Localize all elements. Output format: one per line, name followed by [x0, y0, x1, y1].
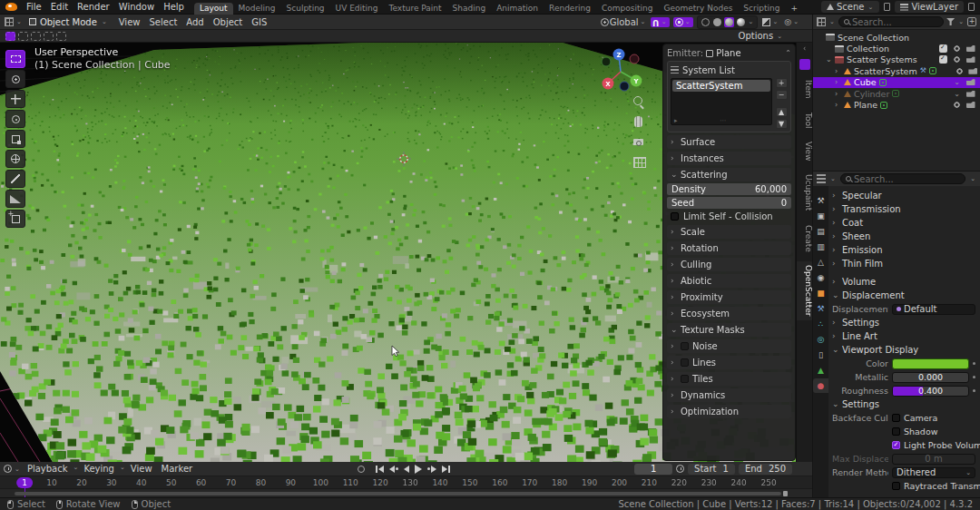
shading-rendered-button[interactable] — [736, 17, 746, 27]
camera-icon[interactable] — [966, 79, 975, 85]
play-reverse-button[interactable] — [404, 466, 409, 473]
outliner-row-scene-collection[interactable]: Scene Collection — [813, 32, 980, 43]
select-mode-intersect-icon[interactable] — [56, 32, 66, 41]
menu-file[interactable]: File — [22, 2, 46, 12]
mode-selector[interactable]: Object Mode ⌄ — [24, 15, 113, 28]
camera-icon[interactable] — [968, 68, 977, 74]
checkbox-icon[interactable] — [892, 482, 900, 490]
animate-dot-icon[interactable] — [973, 362, 975, 365]
dropdown-field[interactable]: Dithered⌄ — [892, 467, 975, 478]
new-viewlayer-icon[interactable] — [968, 3, 975, 11]
emitter-header[interactable]: Emitter: Plane ⌃ — [667, 47, 791, 59]
timeline-menu-marker[interactable]: Marker — [157, 464, 198, 474]
timeline-menu-keying[interactable]: Keying — [79, 464, 119, 474]
properties-tab-object-data[interactable]: ▲ — [813, 363, 828, 378]
select-mode-new-icon[interactable] — [5, 32, 15, 41]
camera-icon[interactable] — [966, 56, 975, 63]
move-up-button[interactable]: ▲ — [776, 107, 788, 117]
workspace-tab-scripting[interactable]: Scripting — [738, 3, 785, 15]
move-down-button[interactable]: ▼ — [776, 119, 788, 129]
shading-wireframe-button[interactable] — [701, 17, 710, 27]
outliner-row-cube[interactable]: ›Cube⌄ — [813, 77, 980, 88]
outliner-search-input[interactable]: Search... — [838, 16, 944, 27]
tool-rotate[interactable] — [5, 110, 25, 128]
color-swatch[interactable] — [892, 358, 969, 369]
workspace-tab-shading[interactable]: Shading — [447, 3, 492, 15]
workspace-tab-geometry-nodes[interactable]: Geometry Nodes — [658, 3, 738, 15]
playhead[interactable]: 1 — [16, 477, 33, 488]
properties-tab-view-layer[interactable]: ▥ — [813, 240, 828, 254]
field-value-box[interactable]: Default — [892, 304, 975, 315]
panel-section-rotation[interactable]: ›Rotation — [667, 241, 791, 255]
next-keyframe-button[interactable] — [427, 466, 436, 473]
panel-subsection-tiles[interactable]: ›Tiles — [667, 372, 791, 386]
panel-section-optimization[interactable]: ›Optimization — [667, 405, 791, 418]
properties-check-light-probe-volume[interactable]: ✓Light Probe Volume — [832, 438, 975, 452]
outliner-row-plane[interactable]: ›Plane — [813, 99, 980, 110]
panel-section-texture-masks[interactable]: ⌄Texture Masks — [667, 323, 791, 337]
properties-section-emission[interactable]: ›Emission — [832, 243, 975, 257]
sidebar-tab-ucupaint[interactable]: Ucupaint — [797, 171, 813, 214]
camera-icon[interactable] — [966, 91, 975, 97]
panel-section-scale[interactable]: ›Scale — [667, 225, 791, 239]
properties-tab-output[interactable]: ▤ — [813, 224, 828, 239]
jump-end-button[interactable] — [442, 466, 450, 473]
checkbox-icon[interactable]: ✓ — [892, 441, 900, 449]
sidebar-tab-openscatter[interactable]: OpenScatter — [797, 261, 813, 320]
jump-start-button[interactable] — [376, 466, 384, 473]
select-mode-extend-icon[interactable] — [18, 32, 28, 41]
outliner-row-scatter-systems[interactable]: ⌄Scatter Systems — [813, 54, 980, 65]
tool-transform[interactable] — [5, 150, 25, 168]
viewport-menu-select[interactable]: Select — [144, 17, 181, 27]
sidebar-tab-item[interactable]: Item — [797, 76, 813, 103]
checkbox-icon[interactable] — [681, 358, 689, 367]
system-list[interactable]: ScatterSystem ▸ ⋯ — [671, 78, 772, 125]
properties-section-line-art[interactable]: ›Line Art — [832, 329, 975, 343]
checkbox-icon[interactable] — [892, 414, 900, 422]
menu-window[interactable]: Window — [114, 2, 159, 12]
chevron-down-icon[interactable]: ⌄ — [954, 78, 960, 86]
shading-solid-button[interactable] — [712, 17, 722, 27]
panel-section-scattering[interactable]: ⌄Scattering — [667, 168, 791, 181]
scene-selector[interactable]: Scene ⌄ — [821, 1, 879, 13]
sidebar-tab-tool[interactable]: Tool — [797, 109, 813, 132]
sidebar-tab-view[interactable]: View — [797, 138, 813, 164]
slider-field[interactable]: 0.400 — [892, 386, 969, 397]
properties-field-displacement[interactable]: DisplacementDefault — [832, 302, 975, 316]
start-frame-field[interactable]: Start 1 — [688, 464, 735, 475]
eye-icon[interactable] — [953, 44, 961, 53]
viewport-menu-view[interactable]: View — [114, 17, 145, 27]
properties-slider-metallic[interactable]: Metallic0.000 — [832, 370, 975, 384]
properties-section-thin-film[interactable]: ›Thin Film — [832, 257, 975, 270]
sidebar-tab-create[interactable]: Create — [797, 221, 813, 256]
tool-scale[interactable] — [5, 130, 25, 148]
tool-annotate[interactable] — [5, 170, 25, 188]
properties-tab-render[interactable]: ▣ — [813, 209, 828, 223]
viewlayer-selector[interactable]: ViewLayer — [895, 1, 964, 13]
workspace-tab-layout[interactable]: Layout — [194, 3, 233, 15]
field-seed[interactable]: Seed0 — [667, 197, 791, 209]
panel-section-culling[interactable]: ›Culling — [667, 258, 791, 271]
snap-toggle[interactable]: U ⌄ — [651, 17, 669, 27]
grip-icon[interactable]: ⋯ — [720, 117, 726, 124]
eye-icon[interactable] — [953, 55, 961, 64]
menu-render[interactable]: Render — [73, 2, 114, 12]
select-mode-invert-icon[interactable] — [44, 32, 54, 41]
checkbox-icon[interactable] — [892, 427, 900, 436]
tool-select-box[interactable] — [5, 50, 25, 68]
workspace-tab-uv-editing[interactable]: UV Editing — [330, 3, 384, 15]
animate-dot-icon[interactable] — [973, 376, 975, 378]
viewport-menu-add[interactable]: Add — [181, 17, 208, 27]
workspace-tab-rendering[interactable]: Rendering — [544, 3, 596, 15]
filter-icon[interactable] — [946, 18, 955, 25]
properties-tab-modifiers[interactable]: ⚒ — [813, 301, 828, 316]
perspective-toggle-icon[interactable] — [632, 155, 645, 168]
editor-type-icon[interactable] — [817, 174, 826, 183]
field-value-box[interactable]: 0 m — [892, 454, 975, 465]
select-mode-subtract-icon[interactable] — [31, 32, 41, 41]
panel-section-surface[interactable]: ›Surface — [667, 135, 791, 149]
outliner-row-scattersystem[interactable]: ›ScatterSystem⚒ — [813, 65, 980, 76]
viewport-menu-gis[interactable]: GIS — [247, 17, 271, 27]
new-collection-icon[interactable]: + — [967, 17, 976, 26]
panel-subsection-noise[interactable]: ›Noise — [667, 339, 791, 353]
